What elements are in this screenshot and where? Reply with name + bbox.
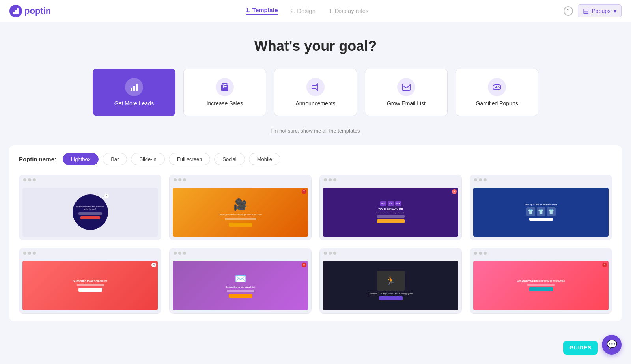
filter-bar-chip[interactable]: Bar (103, 153, 127, 165)
svg-rect-1 (13, 12, 15, 14)
template-card-header-7 (320, 248, 461, 258)
template-card-3[interactable]: ✕ 0:0 0:0 0:4 WAIT! Get 10% off! Join an… (319, 175, 462, 240)
camera-icon: 🎥 (233, 198, 247, 211)
template-card-5[interactable]: ✕ Subscribe to our email list (19, 248, 161, 314)
preview-8-close: ✕ (602, 263, 607, 267)
dot-6 (183, 178, 186, 181)
template-card-header-8 (470, 248, 612, 258)
shirt-1: 👕 (526, 207, 535, 216)
chevron-down-icon: ▾ (614, 8, 616, 14)
envelope-icon: ✉️ (235, 273, 246, 284)
show-all-anchor[interactable]: I'm not sure, show me all the templates (271, 128, 360, 134)
goal-label-announce: Announcements (295, 100, 335, 106)
svg-rect-4 (131, 88, 132, 91)
show-all-link[interactable]: I'm not sure, show me all the templates (9, 127, 622, 134)
svg-rect-3 (17, 8, 19, 14)
step-1[interactable]: 1. Template (246, 7, 278, 15)
preview-4-btn (529, 218, 553, 221)
template-card-header-3 (320, 175, 461, 185)
preview-2-bg: ✕ 🎥 Leave your details and we'll get bac… (173, 188, 308, 237)
preview-3-close: ✕ (452, 189, 457, 194)
preview-2-btn (229, 223, 252, 227)
dot-17 (178, 252, 181, 255)
goal-icon-circle-game (488, 78, 506, 96)
step-3[interactable]: 3. Display rules (328, 7, 369, 14)
step-2[interactable]: 2. Design (291, 7, 316, 14)
template-preview-7: 🏃 Download "The Right Way to Start Runni… (320, 258, 461, 313)
filter-lightbox[interactable]: Lightbox (63, 153, 99, 165)
preview-5-close: ✕ (151, 263, 156, 267)
preview-6-btn (229, 294, 252, 298)
logo-text: poptin (24, 6, 51, 16)
preview-5-title: Subscribe to our email list (73, 280, 108, 282)
popups-button[interactable]: ▤ Popups ▾ (578, 4, 622, 17)
dot-8 (329, 178, 332, 181)
goal-label-sales: Increase Sales (207, 100, 243, 106)
dot-11 (479, 178, 482, 181)
logo[interactable]: poptin (9, 5, 51, 17)
template-card-header-2 (170, 175, 311, 185)
dot-14 (28, 252, 31, 255)
goal-announcements[interactable]: Announcements (274, 69, 357, 116)
preview-5-bg: ✕ Subscribe to our email list (22, 261, 158, 310)
time-box-m: 0:0 (388, 201, 394, 206)
filter-label: Poptin name: (19, 156, 56, 162)
bar-chart-icon (129, 82, 139, 92)
filter-section: Poptin name: Lightbox Bar Slide-in Full … (9, 145, 622, 321)
template-card-header-6 (170, 248, 311, 258)
preview-1-close: ✕ (104, 194, 109, 198)
preview-1-bar (78, 212, 102, 215)
templates-grid: ✕ Don't leave without an exclusive offer… (19, 175, 612, 314)
dot-16 (174, 252, 177, 255)
goal-gamified-popups[interactable]: Gamified Popups (456, 69, 538, 116)
chat-button[interactable]: 💬 (602, 335, 622, 355)
dot-18 (183, 252, 186, 255)
filter-mobile[interactable]: Mobile (249, 153, 280, 165)
page-title: What's your goal? (9, 38, 622, 54)
preview-3-bg: ✕ 0:0 0:0 0:4 WAIT! Get 10% off! Join an… (323, 188, 458, 237)
template-preview-1: ✕ Don't leave without an exclusive offer… (19, 185, 161, 240)
dot-20 (329, 252, 332, 255)
filter-social[interactable]: Social (214, 153, 245, 165)
preview-1-bg: ✕ Don't leave without an exclusive offer… (22, 188, 158, 237)
dot-3 (33, 178, 36, 181)
preview-4-shirts: 👕 👕 👕 (526, 207, 556, 216)
help-icon[interactable]: ? (564, 6, 573, 16)
dot-9 (333, 178, 336, 181)
template-card-1[interactable]: ✕ Don't leave without an exclusive offer… (19, 175, 161, 240)
shirt-3: 👕 (547, 207, 556, 216)
goal-increase-sales[interactable]: Increase Sales (183, 69, 266, 116)
template-card-6[interactable]: ✕ ✉️ Subscribe to our email list (169, 248, 312, 314)
preview-3-bar (377, 215, 405, 218)
preview-8-bg: ✕ Get Weekly Updates Directly to Your Em… (473, 261, 609, 310)
guides-button[interactable]: GUIDES (563, 341, 598, 355)
dot-15 (33, 252, 36, 255)
template-card-7[interactable]: 🏃 Download "The Right Way to Start Runni… (319, 248, 462, 314)
filter-slide-in[interactable]: Slide-in (131, 153, 164, 165)
goals-row: Get More Leads Increase Sales Announceme… (9, 69, 622, 116)
chat-icon: 💬 (607, 340, 617, 350)
preview-1-text: Don't leave without an exclusive offer f… (73, 205, 108, 211)
preview-5-bar (77, 284, 104, 286)
preview-7-text: Download "The Right Way to Start Running… (369, 292, 413, 295)
svg-rect-2 (15, 10, 17, 14)
filter-full-screen[interactable]: Full screen (169, 153, 211, 165)
header: poptin 1. Template 2. Design 3. Display … (0, 0, 631, 22)
template-card-4[interactable]: Save up to 30% on your next order 👕 👕 👕 (470, 175, 612, 240)
template-card-8[interactable]: ✕ Get Weekly Updates Directly to Your Em… (470, 248, 612, 314)
dot-21 (333, 252, 336, 255)
svg-point-12 (498, 86, 499, 87)
preview-3-timer: 0:0 0:0 0:4 (380, 201, 401, 206)
dot-24 (484, 252, 487, 255)
goal-icon-circle-email (397, 78, 415, 96)
template-card-2[interactable]: ✕ 🎥 Leave your details and we'll get bac… (169, 175, 312, 240)
header-right: ? ▤ Popups ▾ (564, 4, 622, 17)
preview-8-title: Get Weekly Updates Directly to Your Emai… (517, 280, 565, 282)
svg-point-13 (499, 87, 500, 88)
goal-get-more-leads[interactable]: Get More Leads (93, 69, 175, 116)
goal-grow-email-list[interactable]: Grow Email List (365, 69, 448, 116)
preview-6-title: Subscribe to our email list (226, 286, 255, 288)
preview-1-popup: ✕ Don't leave without an exclusive offer… (73, 194, 108, 230)
template-preview-5: ✕ Subscribe to our email list (19, 258, 161, 313)
template-preview-8: ✕ Get Weekly Updates Directly to Your Em… (470, 258, 612, 313)
